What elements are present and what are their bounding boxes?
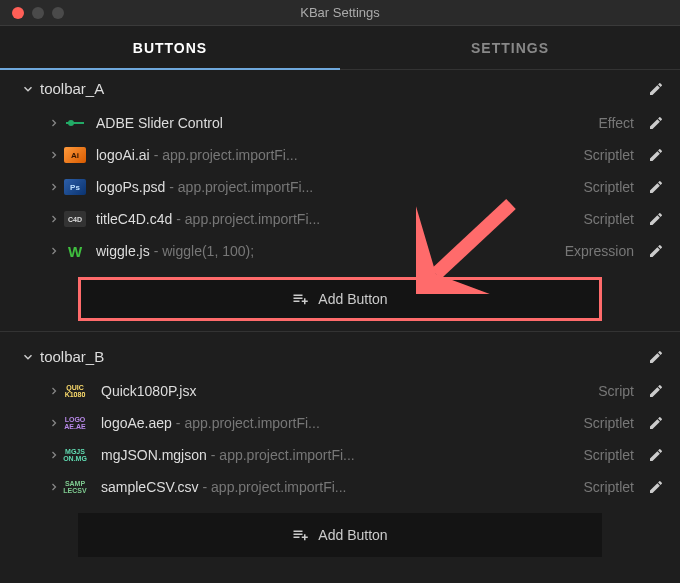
- item-extra: - app.project.importFi...: [154, 147, 298, 163]
- titlebar: KBar Settings: [0, 0, 680, 26]
- item-extra: - app.project.importFi...: [176, 415, 320, 431]
- chevron-right-icon: [44, 117, 64, 129]
- playlist-add-icon: [292, 290, 310, 308]
- item-extra: - app.project.importFi...: [176, 211, 320, 227]
- window-title: KBar Settings: [300, 5, 380, 20]
- pencil-icon[interactable]: [648, 349, 664, 365]
- pencil-icon[interactable]: [648, 115, 664, 131]
- playlist-add-icon: [292, 526, 310, 544]
- pencil-icon[interactable]: [648, 479, 664, 495]
- item-name: wiggle.js: [96, 243, 150, 259]
- content: toolbar_A ADBE Slider Control Effect Ai …: [0, 70, 680, 557]
- toolbar-header-a[interactable]: toolbar_A: [0, 70, 680, 107]
- text-icon: SAMPLECSV: [59, 479, 91, 495]
- toolbar-b-items: QUICK1080 Quick1080P.jsx Script LOGOAE.A…: [0, 375, 680, 503]
- item-name: logoPs.psd: [96, 179, 165, 195]
- add-button[interactable]: Add Button: [78, 513, 602, 557]
- list-item[interactable]: Ai logoAi.ai - app.project.importFi... S…: [0, 139, 680, 171]
- minimize-window-icon: [32, 7, 44, 19]
- pencil-icon[interactable]: [648, 447, 664, 463]
- traffic-lights: [0, 7, 64, 19]
- item-type: Scriptlet: [583, 415, 634, 431]
- item-type: Script: [598, 383, 634, 399]
- item-type: Effect: [598, 115, 634, 131]
- pencil-icon[interactable]: [648, 383, 664, 399]
- tabs: BUTTONS SETTINGS: [0, 26, 680, 70]
- pencil-icon[interactable]: [648, 415, 664, 431]
- pencil-icon[interactable]: [648, 179, 664, 195]
- list-item[interactable]: Ps logoPs.psd - app.project.importFi... …: [0, 171, 680, 203]
- chevron-down-icon: [16, 82, 40, 96]
- w-icon: W: [64, 243, 86, 259]
- slider-icon: [64, 115, 86, 131]
- list-item[interactable]: MGJSON.MG mgJSON.mgjson - app.project.im…: [0, 439, 680, 471]
- item-type: Scriptlet: [583, 147, 634, 163]
- item-type: Scriptlet: [583, 447, 634, 463]
- c4d-file-icon: C4D: [64, 211, 86, 227]
- item-name: ADBE Slider Control: [96, 115, 223, 131]
- item-name: sampleCSV.csv: [101, 479, 199, 495]
- chevron-right-icon: [44, 149, 64, 161]
- tab-buttons[interactable]: BUTTONS: [0, 26, 340, 69]
- list-item[interactable]: ADBE Slider Control Effect: [0, 107, 680, 139]
- pencil-icon[interactable]: [648, 147, 664, 163]
- item-extra: - wiggle(1, 100);: [154, 243, 254, 259]
- item-type: Scriptlet: [583, 179, 634, 195]
- item-name: Quick1080P.jsx: [101, 383, 196, 399]
- pencil-icon[interactable]: [648, 81, 664, 97]
- separator: [0, 331, 680, 332]
- ai-file-icon: Ai: [64, 147, 86, 163]
- text-icon: LOGOAE.AE: [59, 415, 91, 431]
- list-item[interactable]: W wiggle.js - wiggle(1, 100); Expression: [0, 235, 680, 267]
- svg-point-1: [68, 120, 74, 126]
- add-button-label: Add Button: [318, 527, 387, 543]
- item-name: titleC4D.c4d: [96, 211, 172, 227]
- toolbar-a-items: ADBE Slider Control Effect Ai logoAi.ai …: [0, 107, 680, 267]
- chevron-right-icon: [44, 245, 64, 257]
- item-name: logoAi.ai: [96, 147, 150, 163]
- pencil-icon[interactable]: [648, 211, 664, 227]
- item-name: logoAe.aep: [101, 415, 172, 431]
- chevron-right-icon: [44, 213, 64, 225]
- add-button[interactable]: Add Button: [78, 277, 602, 321]
- toolbar-name: toolbar_B: [40, 348, 648, 365]
- item-type: Scriptlet: [583, 479, 634, 495]
- list-item[interactable]: QUICK1080 Quick1080P.jsx Script: [0, 375, 680, 407]
- list-item[interactable]: LOGOAE.AE logoAe.aep - app.project.impor…: [0, 407, 680, 439]
- toolbar-header-b[interactable]: toolbar_B: [0, 338, 680, 375]
- tab-settings[interactable]: SETTINGS: [340, 26, 680, 69]
- maximize-window-icon: [52, 7, 64, 19]
- list-item[interactable]: SAMPLECSV sampleCSV.csv - app.project.im…: [0, 471, 680, 503]
- add-button-label: Add Button: [318, 291, 387, 307]
- close-window-icon[interactable]: [12, 7, 24, 19]
- chevron-right-icon: [44, 181, 64, 193]
- item-extra: - app.project.importFi...: [203, 479, 347, 495]
- text-icon: QUICK1080: [59, 383, 91, 399]
- item-type: Scriptlet: [583, 211, 634, 227]
- item-name: mgJSON.mgjson: [101, 447, 207, 463]
- chevron-down-icon: [16, 350, 40, 364]
- item-extra: - app.project.importFi...: [169, 179, 313, 195]
- text-icon: MGJSON.MG: [59, 447, 91, 463]
- item-extra: - app.project.importFi...: [211, 447, 355, 463]
- ps-file-icon: Ps: [64, 179, 86, 195]
- list-item[interactable]: C4D titleC4D.c4d - app.project.importFi.…: [0, 203, 680, 235]
- pencil-icon[interactable]: [648, 243, 664, 259]
- item-type: Expression: [565, 243, 634, 259]
- toolbar-name: toolbar_A: [40, 80, 648, 97]
